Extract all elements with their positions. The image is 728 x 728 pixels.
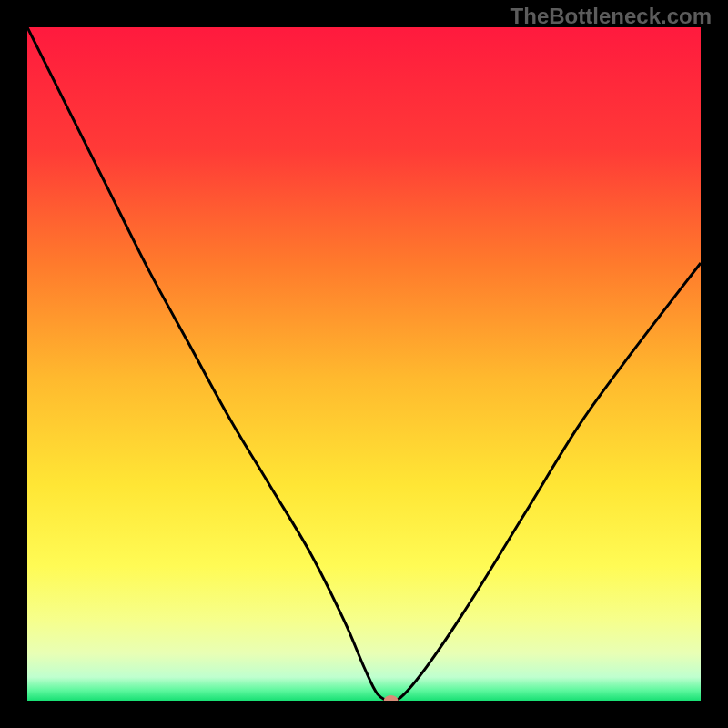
bottleneck-chart — [27, 27, 701, 701]
gradient-background — [27, 27, 701, 701]
chart-frame: TheBottleneck.com — [0, 0, 728, 728]
watermark-text: TheBottleneck.com — [511, 4, 712, 29]
